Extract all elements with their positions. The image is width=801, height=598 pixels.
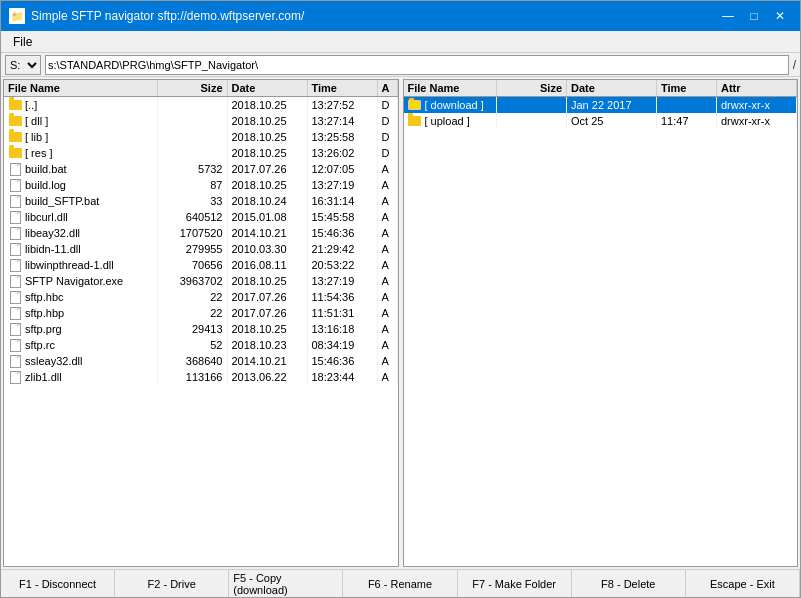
right-header-date: Date xyxy=(567,80,657,96)
file-size: 3963702 xyxy=(158,273,228,289)
table-row[interactable]: ssleay32.dll 368640 2014.10.21 15:46:36 … xyxy=(4,353,398,369)
table-row[interactable]: sftp.rc 52 2018.10.23 08:34:19 A xyxy=(4,337,398,353)
table-row[interactable]: sftp.prg 29413 2018.10.25 13:16:18 A xyxy=(4,321,398,337)
file-size: 1707520 xyxy=(158,225,228,241)
status-button-0[interactable]: F1 - Disconnect xyxy=(1,570,115,597)
file-time: 15:46:36 xyxy=(308,353,378,369)
table-row[interactable]: libeay32.dll 1707520 2014.10.21 15:46:36… xyxy=(4,225,398,241)
window-title: Simple SFTP navigator sftp://demo.wftpse… xyxy=(31,9,304,23)
file-icon xyxy=(8,275,22,287)
file-name: [..] xyxy=(4,97,158,113)
table-row[interactable]: zlib1.dll 113166 2013.06.22 18:23:44 A xyxy=(4,369,398,385)
close-button[interactable]: ✕ xyxy=(768,6,792,26)
table-row[interactable]: [ lib ] 2018.10.25 13:25:58 D xyxy=(4,129,398,145)
left-header-time: Time xyxy=(308,80,378,96)
table-row[interactable]: build_SFTP.bat 33 2018.10.24 16:31:14 A xyxy=(4,193,398,209)
file-time: 13:27:19 xyxy=(308,273,378,289)
file-time: 16:31:14 xyxy=(308,193,378,209)
table-row[interactable]: [ download ] Jan 22 2017 drwxr-xr-x xyxy=(404,97,798,113)
file-time: 13:16:18 xyxy=(308,321,378,337)
file-attr: A xyxy=(378,241,398,257)
file-date: 2018.10.25 xyxy=(228,97,308,113)
file-name: [ download ] xyxy=(404,97,498,113)
left-path-input[interactable] xyxy=(45,55,789,75)
file-size: 640512 xyxy=(158,209,228,225)
file-date: 2015.01.08 xyxy=(228,209,308,225)
file-name: ssleay32.dll xyxy=(4,353,158,369)
file-icon xyxy=(8,339,22,351)
file-name: [ lib ] xyxy=(4,129,158,145)
file-icon xyxy=(8,163,22,175)
file-attr: A xyxy=(378,273,398,289)
left-header-size: Size xyxy=(158,80,228,96)
file-attr: A xyxy=(378,305,398,321)
file-size xyxy=(158,129,228,145)
file-size: 113166 xyxy=(158,369,228,385)
file-name: libcurl.dll xyxy=(4,209,158,225)
table-row[interactable]: libidn-11.dll 279955 2010.03.30 21:29:42… xyxy=(4,241,398,257)
file-time: 13:27:19 xyxy=(308,177,378,193)
file-date: 2018.10.24 xyxy=(228,193,308,209)
file-time: 15:45:58 xyxy=(308,209,378,225)
file-attr: drwxr-xr-x xyxy=(717,113,797,129)
file-size: 22 xyxy=(158,289,228,305)
menu-item-file[interactable]: File xyxy=(5,33,40,51)
right-file-list[interactable]: [ download ] Jan 22 2017 drwxr-xr-x [ up… xyxy=(404,97,798,566)
table-row[interactable]: [ res ] 2018.10.25 13:26:02 D xyxy=(4,145,398,161)
right-file-panel: File Name Size Date Time Attr [ download… xyxy=(403,79,799,567)
file-size xyxy=(497,113,567,129)
file-size: 70656 xyxy=(158,257,228,273)
file-time: 15:46:36 xyxy=(308,225,378,241)
status-button-3[interactable]: F6 - Rename xyxy=(343,570,457,597)
file-time: 11:47 xyxy=(657,113,717,129)
file-size: 29413 xyxy=(158,321,228,337)
file-attr: A xyxy=(378,337,398,353)
status-button-1[interactable]: F2 - Drive xyxy=(115,570,229,597)
file-date: 2018.10.25 xyxy=(228,145,308,161)
file-date: 2018.10.25 xyxy=(228,129,308,145)
file-attr: A xyxy=(378,353,398,369)
status-button-4[interactable]: F7 - Make Folder xyxy=(458,570,572,597)
file-name: [ upload ] xyxy=(404,113,498,129)
file-attr: A xyxy=(378,209,398,225)
window-controls: — □ ✕ xyxy=(716,6,792,26)
table-row[interactable]: [ upload ] Oct 25 11:47 drwxr-xr-x xyxy=(404,113,798,129)
file-time: 13:27:52 xyxy=(308,97,378,113)
table-row[interactable]: [..] 2018.10.25 13:27:52 D xyxy=(4,97,398,113)
file-date: 2018.10.25 xyxy=(228,273,308,289)
drive-select[interactable]: S: xyxy=(5,55,41,75)
table-row[interactable]: build.log 87 2018.10.25 13:27:19 A xyxy=(4,177,398,193)
table-row[interactable]: SFTP Navigator.exe 3963702 2018.10.25 13… xyxy=(4,273,398,289)
file-date: Oct 25 xyxy=(567,113,657,129)
title-bar: 📁 Simple SFTP navigator sftp://demo.wftp… xyxy=(1,1,800,31)
status-button-2[interactable]: F5 - Copy (download) xyxy=(229,570,343,597)
file-size xyxy=(158,97,228,113)
table-row[interactable]: [ dll ] 2018.10.25 13:27:14 D xyxy=(4,113,398,129)
minimize-button[interactable]: — xyxy=(716,6,740,26)
file-icon xyxy=(8,291,22,303)
table-row[interactable]: sftp.hbp 22 2017.07.26 11:51:31 A xyxy=(4,305,398,321)
maximize-button[interactable]: □ xyxy=(742,6,766,26)
app-icon: 📁 xyxy=(9,8,25,24)
file-date: 2016.08.11 xyxy=(228,257,308,273)
left-file-list[interactable]: [..] 2018.10.25 13:27:52 D [ dll ] 2018.… xyxy=(4,97,398,566)
table-row[interactable]: libwinpthread-1.dll 70656 2016.08.11 20:… xyxy=(4,257,398,273)
file-attr: A xyxy=(378,161,398,177)
file-time: 21:29:42 xyxy=(308,241,378,257)
folder-icon xyxy=(8,115,22,127)
table-row[interactable]: sftp.hbc 22 2017.07.26 11:54:36 A xyxy=(4,289,398,305)
folder-icon xyxy=(8,99,22,111)
table-row[interactable]: build.bat 5732 2017.07.26 12:07:05 A xyxy=(4,161,398,177)
file-name: zlib1.dll xyxy=(4,369,158,385)
right-header-time: Time xyxy=(657,80,717,96)
status-button-5[interactable]: F8 - Delete xyxy=(572,570,686,597)
main-window: 📁 Simple SFTP navigator sftp://demo.wftp… xyxy=(0,0,801,598)
file-date: 2013.06.22 xyxy=(228,369,308,385)
file-date: 2014.10.21 xyxy=(228,225,308,241)
status-button-6[interactable]: Escape - Exit xyxy=(686,570,800,597)
table-row[interactable]: libcurl.dll 640512 2015.01.08 15:45:58 A xyxy=(4,209,398,225)
folder-icon xyxy=(8,131,22,143)
file-name: build.bat xyxy=(4,161,158,177)
file-icon xyxy=(8,355,22,367)
file-date: 2014.10.21 xyxy=(228,353,308,369)
